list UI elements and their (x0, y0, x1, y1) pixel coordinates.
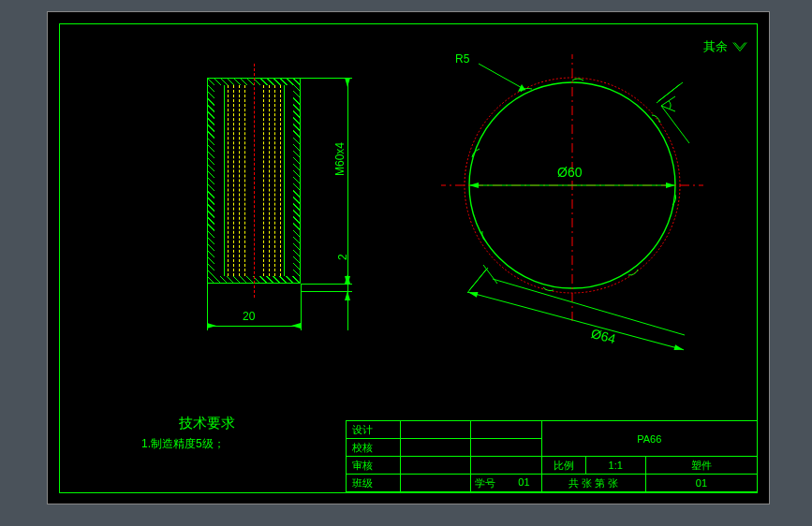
thread-line (228, 85, 229, 276)
tb-studentno-val: 01 (518, 476, 537, 488)
thread-line (263, 85, 264, 276)
tb-cell (400, 439, 470, 457)
tb-material: PA66 (541, 421, 757, 457)
drawing-canvas: 其余 20 M60x4 (47, 11, 770, 504)
tb-cell (471, 421, 541, 439)
svg-line-12 (497, 110, 666, 284)
tb-design-lbl: 设计 (347, 421, 401, 439)
dim-m60-line (347, 78, 348, 284)
tech-req-title: 技术要求 (179, 415, 235, 432)
arrow-icon (345, 78, 350, 87)
svg-line-16 (479, 92, 673, 286)
centerline-v (254, 64, 255, 298)
technical-requirements: 技术要求 1.制造精度5级； (141, 415, 235, 452)
dim-20-line (207, 326, 301, 327)
thread-line (239, 85, 240, 276)
thread-line (274, 85, 275, 276)
tb-cell (400, 457, 470, 475)
tb-cell (400, 475, 470, 492)
tb-cell: 学号 01 (471, 475, 541, 492)
arrow-icon (345, 276, 350, 285)
thread-line (244, 85, 245, 276)
tb-cell (471, 439, 541, 457)
tb-scale-val: 1:1 (585, 457, 645, 475)
svg-marker-7 (469, 183, 479, 188)
svg-marker-8 (666, 183, 675, 188)
thread-line (233, 85, 234, 276)
tech-req-line1: 1.制造精度5级； (141, 436, 235, 452)
inner-line (284, 85, 285, 276)
tb-studentno-lbl: 学号 (475, 476, 495, 490)
svg-line-13 (486, 110, 677, 271)
tb-scale-lbl: 比例 (541, 457, 585, 475)
surface-finish-label: 其余 (703, 38, 728, 55)
svg-line-10 (483, 265, 497, 284)
dim-m60x4: M60x4 (333, 142, 347, 176)
tb-sheet-no: 01 (645, 475, 757, 492)
callout-r5: R5 (455, 52, 469, 66)
arrow-icon (207, 323, 216, 329)
circle-end-view: R5 Ø60 Ø64 (441, 54, 703, 316)
inner-line (224, 85, 225, 276)
tb-class-lbl: 班级 (347, 475, 401, 492)
tb-part-type: 塑件 (645, 457, 757, 475)
surface-finish-note: 其余 (703, 38, 748, 55)
tb-sheet-text: 共 张 第 张 (541, 475, 645, 492)
dim-20: 20 (243, 310, 255, 323)
svg-line-15 (657, 84, 680, 103)
thread-section-view (207, 78, 301, 284)
svg-line-18 (479, 298, 675, 354)
tb-design-val (400, 421, 470, 439)
svg-line-14 (469, 268, 488, 290)
arrow-icon (291, 323, 301, 329)
tb-cell (471, 457, 541, 475)
svg-line-4 (479, 64, 525, 90)
svg-marker-5 (518, 84, 525, 92)
thread-line (280, 85, 281, 276)
title-block: 设计 PA66 校核 审核 比例 1:1 塑件 班级 学号 01 共 张 第 张 (346, 420, 758, 492)
tb-review-lbl: 审核 (347, 457, 401, 475)
circle-svg (441, 54, 703, 354)
arrow-icon (345, 291, 350, 300)
surface-symbol-icon (731, 40, 748, 53)
dim-phi60: Ø60 (557, 165, 582, 180)
thread-line (269, 85, 270, 276)
tb-check-lbl: 校核 (347, 439, 401, 457)
dim-2: 2 (336, 254, 349, 260)
